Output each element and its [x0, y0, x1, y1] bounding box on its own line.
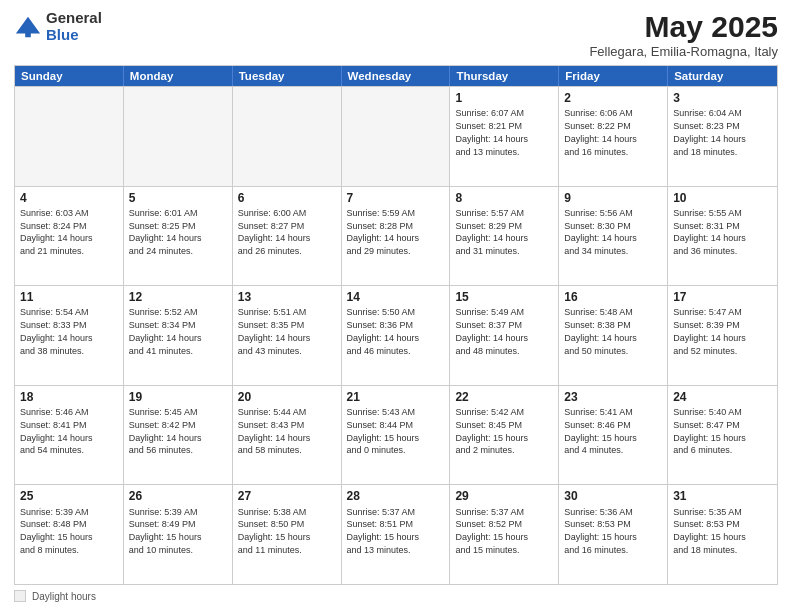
day-number: 10	[673, 190, 772, 206]
cell-info: Sunrise: 5:50 AM Sunset: 8:36 PM Dayligh…	[347, 307, 420, 355]
cell-info: Sunrise: 5:40 AM Sunset: 8:47 PM Dayligh…	[673, 407, 746, 455]
cal-cell: 3Sunrise: 6:04 AM Sunset: 8:23 PM Daylig…	[668, 87, 777, 186]
day-number: 24	[673, 389, 772, 405]
cell-info: Sunrise: 6:00 AM Sunset: 8:27 PM Dayligh…	[238, 208, 311, 256]
cal-cell: 31Sunrise: 5:35 AM Sunset: 8:53 PM Dayli…	[668, 485, 777, 584]
day-number: 23	[564, 389, 662, 405]
cal-header-cell: Saturday	[668, 66, 777, 86]
location: Fellegara, Emilia-Romagna, Italy	[589, 44, 778, 59]
cal-cell: 30Sunrise: 5:36 AM Sunset: 8:53 PM Dayli…	[559, 485, 668, 584]
cal-header-cell: Thursday	[450, 66, 559, 86]
day-number: 22	[455, 389, 553, 405]
cal-cell: 6Sunrise: 6:00 AM Sunset: 8:27 PM Daylig…	[233, 187, 342, 286]
cal-cell: 5Sunrise: 6:01 AM Sunset: 8:25 PM Daylig…	[124, 187, 233, 286]
day-number: 19	[129, 389, 227, 405]
header: General Blue May 2025 Fellegara, Emilia-…	[14, 10, 778, 59]
cal-cell: 12Sunrise: 5:52 AM Sunset: 8:34 PM Dayli…	[124, 286, 233, 385]
svg-rect-1	[25, 29, 31, 36]
cell-info: Sunrise: 5:42 AM Sunset: 8:45 PM Dayligh…	[455, 407, 528, 455]
cal-cell: 8Sunrise: 5:57 AM Sunset: 8:29 PM Daylig…	[450, 187, 559, 286]
cell-info: Sunrise: 5:57 AM Sunset: 8:29 PM Dayligh…	[455, 208, 528, 256]
cell-info: Sunrise: 5:59 AM Sunset: 8:28 PM Dayligh…	[347, 208, 420, 256]
cal-cell: 26Sunrise: 5:39 AM Sunset: 8:49 PM Dayli…	[124, 485, 233, 584]
cal-header-cell: Friday	[559, 66, 668, 86]
cell-info: Sunrise: 5:37 AM Sunset: 8:51 PM Dayligh…	[347, 507, 420, 555]
cal-cell: 15Sunrise: 5:49 AM Sunset: 8:37 PM Dayli…	[450, 286, 559, 385]
cell-info: Sunrise: 6:04 AM Sunset: 8:23 PM Dayligh…	[673, 108, 746, 156]
cal-cell	[233, 87, 342, 186]
cal-cell: 24Sunrise: 5:40 AM Sunset: 8:47 PM Dayli…	[668, 386, 777, 485]
day-number: 21	[347, 389, 445, 405]
cell-info: Sunrise: 5:36 AM Sunset: 8:53 PM Dayligh…	[564, 507, 637, 555]
day-number: 29	[455, 488, 553, 504]
cell-info: Sunrise: 6:06 AM Sunset: 8:22 PM Dayligh…	[564, 108, 637, 156]
cal-cell: 28Sunrise: 5:37 AM Sunset: 8:51 PM Dayli…	[342, 485, 451, 584]
cal-cell: 13Sunrise: 5:51 AM Sunset: 8:35 PM Dayli…	[233, 286, 342, 385]
cal-header-cell: Sunday	[15, 66, 124, 86]
cell-info: Sunrise: 5:51 AM Sunset: 8:35 PM Dayligh…	[238, 307, 311, 355]
cell-info: Sunrise: 5:39 AM Sunset: 8:48 PM Dayligh…	[20, 507, 93, 555]
day-number: 25	[20, 488, 118, 504]
day-number: 27	[238, 488, 336, 504]
cell-info: Sunrise: 5:48 AM Sunset: 8:38 PM Dayligh…	[564, 307, 637, 355]
cal-row: 25Sunrise: 5:39 AM Sunset: 8:48 PM Dayli…	[15, 484, 777, 584]
cell-info: Sunrise: 5:47 AM Sunset: 8:39 PM Dayligh…	[673, 307, 746, 355]
day-number: 7	[347, 190, 445, 206]
cell-info: Sunrise: 5:44 AM Sunset: 8:43 PM Dayligh…	[238, 407, 311, 455]
cal-row: 1Sunrise: 6:07 AM Sunset: 8:21 PM Daylig…	[15, 86, 777, 186]
cell-info: Sunrise: 5:56 AM Sunset: 8:30 PM Dayligh…	[564, 208, 637, 256]
day-number: 11	[20, 289, 118, 305]
day-number: 1	[455, 90, 553, 106]
day-number: 30	[564, 488, 662, 504]
cal-cell: 1Sunrise: 6:07 AM Sunset: 8:21 PM Daylig…	[450, 87, 559, 186]
cal-cell: 21Sunrise: 5:43 AM Sunset: 8:44 PM Dayli…	[342, 386, 451, 485]
cell-info: Sunrise: 5:54 AM Sunset: 8:33 PM Dayligh…	[20, 307, 93, 355]
day-number: 9	[564, 190, 662, 206]
cal-header-cell: Tuesday	[233, 66, 342, 86]
logo: General Blue	[14, 10, 102, 43]
cell-info: Sunrise: 5:38 AM Sunset: 8:50 PM Dayligh…	[238, 507, 311, 555]
cal-cell: 18Sunrise: 5:46 AM Sunset: 8:41 PM Dayli…	[15, 386, 124, 485]
day-number: 14	[347, 289, 445, 305]
logo-icon	[14, 13, 42, 41]
day-number: 6	[238, 190, 336, 206]
cal-cell: 19Sunrise: 5:45 AM Sunset: 8:42 PM Dayli…	[124, 386, 233, 485]
cell-info: Sunrise: 6:07 AM Sunset: 8:21 PM Dayligh…	[455, 108, 528, 156]
cal-cell	[124, 87, 233, 186]
day-number: 17	[673, 289, 772, 305]
calendar: SundayMondayTuesdayWednesdayThursdayFrid…	[14, 65, 778, 585]
cal-cell: 10Sunrise: 5:55 AM Sunset: 8:31 PM Dayli…	[668, 187, 777, 286]
cell-info: Sunrise: 6:01 AM Sunset: 8:25 PM Dayligh…	[129, 208, 202, 256]
day-number: 5	[129, 190, 227, 206]
calendar-body: 1Sunrise: 6:07 AM Sunset: 8:21 PM Daylig…	[15, 86, 777, 584]
page: General Blue May 2025 Fellegara, Emilia-…	[0, 0, 792, 612]
title-block: May 2025 Fellegara, Emilia-Romagna, Ital…	[589, 10, 778, 59]
cell-info: Sunrise: 5:55 AM Sunset: 8:31 PM Dayligh…	[673, 208, 746, 256]
cell-info: Sunrise: 5:37 AM Sunset: 8:52 PM Dayligh…	[455, 507, 528, 555]
daylight-box	[14, 590, 26, 602]
month-title: May 2025	[589, 10, 778, 44]
day-number: 12	[129, 289, 227, 305]
day-number: 31	[673, 488, 772, 504]
cal-cell: 16Sunrise: 5:48 AM Sunset: 8:38 PM Dayli…	[559, 286, 668, 385]
cal-cell: 11Sunrise: 5:54 AM Sunset: 8:33 PM Dayli…	[15, 286, 124, 385]
cal-cell: 29Sunrise: 5:37 AM Sunset: 8:52 PM Dayli…	[450, 485, 559, 584]
cal-cell	[342, 87, 451, 186]
cell-info: Sunrise: 5:45 AM Sunset: 8:42 PM Dayligh…	[129, 407, 202, 455]
day-number: 20	[238, 389, 336, 405]
cal-header-cell: Monday	[124, 66, 233, 86]
cal-cell: 9Sunrise: 5:56 AM Sunset: 8:30 PM Daylig…	[559, 187, 668, 286]
logo-blue-text: Blue	[46, 27, 102, 44]
cal-header-cell: Wednesday	[342, 66, 451, 86]
cal-cell: 7Sunrise: 5:59 AM Sunset: 8:28 PM Daylig…	[342, 187, 451, 286]
cal-cell: 17Sunrise: 5:47 AM Sunset: 8:39 PM Dayli…	[668, 286, 777, 385]
cal-cell: 22Sunrise: 5:42 AM Sunset: 8:45 PM Dayli…	[450, 386, 559, 485]
logo-general-text: General	[46, 10, 102, 27]
cal-row: 4Sunrise: 6:03 AM Sunset: 8:24 PM Daylig…	[15, 186, 777, 286]
cell-info: Sunrise: 5:35 AM Sunset: 8:53 PM Dayligh…	[673, 507, 746, 555]
cal-cell: 25Sunrise: 5:39 AM Sunset: 8:48 PM Dayli…	[15, 485, 124, 584]
cell-info: Sunrise: 5:43 AM Sunset: 8:44 PM Dayligh…	[347, 407, 420, 455]
day-number: 16	[564, 289, 662, 305]
day-number: 3	[673, 90, 772, 106]
cal-cell	[15, 87, 124, 186]
